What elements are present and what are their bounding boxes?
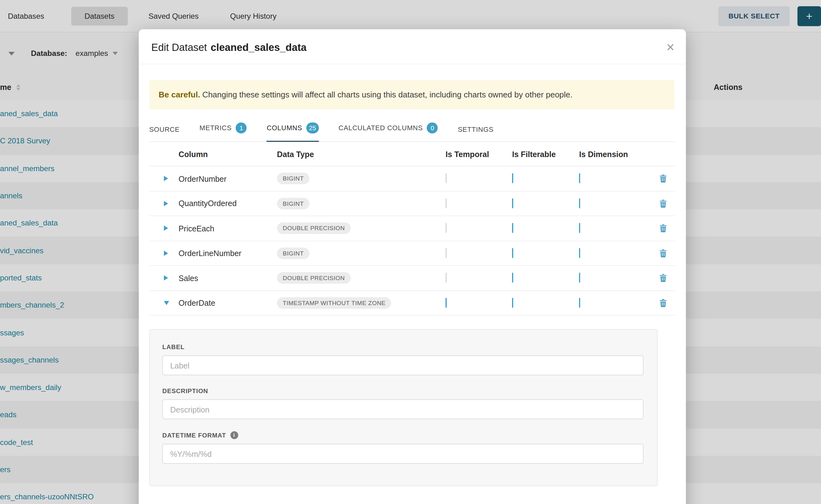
column-row: Sales DOUBLE PRECISION: [149, 266, 675, 291]
data-type-pill: DOUBLE PRECISION: [277, 223, 351, 234]
tab-columns[interactable]: COLUMNS 25: [267, 116, 319, 142]
is-dimension-checkbox[interactable]: [579, 198, 580, 208]
columns-count-badge: 25: [306, 122, 319, 133]
header-column: Column: [179, 150, 277, 158]
column-detail-panel: LABEL DESCRIPTION DATETIME FORMAT i: [149, 329, 658, 486]
column-name: PriceEach: [179, 224, 277, 233]
modal-header: Edit Datasetcleaned_sales_data ×: [139, 29, 686, 64]
is-temporal-checkbox[interactable]: [446, 223, 447, 233]
columns-table-header: Column Data Type Is Temporal Is Filterab…: [149, 142, 675, 166]
header-is-temporal: Is Temporal: [446, 150, 512, 158]
delete-column-button[interactable]: [650, 274, 675, 282]
trash-icon: [659, 299, 667, 307]
label-field-label-text: LABEL: [162, 343, 185, 350]
column-row: PriceEach DOUBLE PRECISION: [149, 216, 675, 241]
data-type-pill: BIGINT: [277, 198, 309, 209]
calculated-columns-count-badge: 0: [427, 122, 438, 133]
label-field-label: LABEL: [162, 343, 644, 350]
trash-icon: [659, 175, 667, 183]
edit-dataset-modal: Edit Datasetcleaned_sales_data × Be care…: [139, 29, 686, 504]
modal-title-prefix: Edit Dataset: [151, 41, 207, 53]
warning-text: Changing these settings will affect all …: [202, 90, 572, 99]
tab-columns-label: COLUMNS: [267, 124, 302, 132]
is-filterable-checkbox[interactable]: [512, 298, 513, 308]
columns-table-body: OrderNumber BIGINT QuantityOrdered BIGIN…: [149, 166, 675, 316]
expand-caret-icon[interactable]: [164, 301, 169, 305]
delete-column-button[interactable]: [650, 299, 675, 307]
is-temporal-checkbox[interactable]: [446, 273, 447, 283]
label-field-group: LABEL: [162, 343, 644, 375]
is-temporal-checkbox[interactable]: [446, 198, 447, 208]
header-data-type: Data Type: [277, 150, 446, 158]
column-row: OrderDate TIMESTAMP WITHOUT TIME ZONE: [149, 291, 675, 316]
tab-source[interactable]: SOURCE: [149, 119, 180, 142]
tab-source-label: SOURCE: [149, 126, 180, 133]
modal-title-dataset-name: cleaned_sales_data: [210, 41, 306, 53]
is-dimension-checkbox[interactable]: [579, 298, 580, 308]
column-name: Sales: [179, 274, 277, 282]
delete-column-button[interactable]: [650, 199, 675, 208]
trash-icon: [659, 274, 667, 282]
delete-column-button[interactable]: [650, 249, 675, 257]
is-dimension-checkbox[interactable]: [579, 173, 580, 183]
is-dimension-checkbox[interactable]: [579, 223, 580, 233]
delete-column-button[interactable]: [650, 224, 675, 233]
data-type-pill: BIGINT: [277, 247, 309, 259]
modal-tabs: SOURCE METRICS 1 COLUMNS 25 CALCULATED C…: [149, 116, 675, 142]
description-field-label: DESCRIPTION: [162, 387, 644, 394]
modal-title: Edit Datasetcleaned_sales_data: [151, 41, 306, 53]
is-filterable-checkbox[interactable]: [512, 223, 513, 233]
data-type-pill: TIMESTAMP WITHOUT TIME ZONE: [277, 297, 391, 309]
expand-caret-icon[interactable]: [164, 275, 168, 281]
expand-caret-icon[interactable]: [164, 226, 168, 231]
columns-table: Column Data Type Is Temporal Is Filterab…: [149, 142, 675, 315]
is-filterable-checkbox[interactable]: [512, 198, 513, 208]
tab-metrics[interactable]: METRICS 1: [200, 116, 247, 142]
tab-settings-label: SETTINGS: [458, 126, 493, 133]
is-dimension-checkbox[interactable]: [579, 248, 580, 258]
is-filterable-checkbox[interactable]: [512, 248, 513, 258]
header-is-filterable: Is Filterable: [512, 150, 579, 158]
screen: Databases Datasets Saved Queries Query H…: [0, 0, 821, 504]
column-name: QuantityOrdered: [179, 199, 277, 208]
delete-column-button[interactable]: [650, 175, 675, 183]
column-row: OrderNumber BIGINT: [149, 166, 675, 191]
is-temporal-checkbox[interactable]: [446, 173, 447, 183]
is-filterable-checkbox[interactable]: [512, 173, 513, 183]
is-filterable-checkbox[interactable]: [512, 273, 513, 283]
column-name: OrderLineNumber: [179, 249, 277, 258]
datetime-format-field-group: DATETIME FORMAT i: [162, 431, 644, 464]
close-icon[interactable]: ×: [666, 40, 674, 54]
datetime-format-field-label-text: DATETIME FORMAT: [162, 432, 226, 439]
is-temporal-checkbox[interactable]: [446, 298, 447, 308]
data-type-pill: BIGINT: [277, 173, 309, 185]
tab-calculated-columns-label: CALCULATED COLUMNS: [339, 124, 423, 132]
trash-icon: [659, 199, 667, 208]
description-field-group: DESCRIPTION: [162, 387, 644, 419]
tab-metrics-label: METRICS: [200, 124, 232, 132]
metrics-count-badge: 1: [236, 122, 247, 133]
is-dimension-checkbox[interactable]: [579, 273, 580, 283]
info-icon[interactable]: i: [230, 431, 238, 439]
datetime-format-input[interactable]: [162, 444, 644, 464]
column-name: OrderNumber: [179, 174, 277, 183]
description-input[interactable]: [162, 399, 644, 419]
column-name: OrderDate: [179, 299, 277, 307]
data-type-pill: DOUBLE PRECISION: [277, 272, 351, 284]
description-field-label-text: DESCRIPTION: [162, 387, 208, 394]
is-temporal-checkbox[interactable]: [446, 248, 447, 258]
trash-icon: [659, 249, 667, 257]
column-row: QuantityOrdered BIGINT: [149, 191, 675, 216]
expand-caret-icon[interactable]: [164, 176, 168, 181]
datetime-format-field-label: DATETIME FORMAT i: [162, 431, 644, 439]
tab-settings[interactable]: SETTINGS: [458, 119, 493, 142]
trash-icon: [659, 224, 667, 233]
expand-caret-icon[interactable]: [164, 201, 168, 206]
header-is-dimension: Is Dimension: [579, 150, 647, 158]
warning-banner: Be careful.Changing these settings will …: [149, 80, 675, 109]
column-row: OrderLineNumber BIGINT: [149, 241, 675, 266]
warning-bold-text: Be careful.: [159, 90, 200, 99]
expand-caret-icon[interactable]: [164, 250, 168, 256]
label-input[interactable]: [162, 355, 644, 375]
tab-calculated-columns[interactable]: CALCULATED COLUMNS 0: [339, 116, 438, 142]
